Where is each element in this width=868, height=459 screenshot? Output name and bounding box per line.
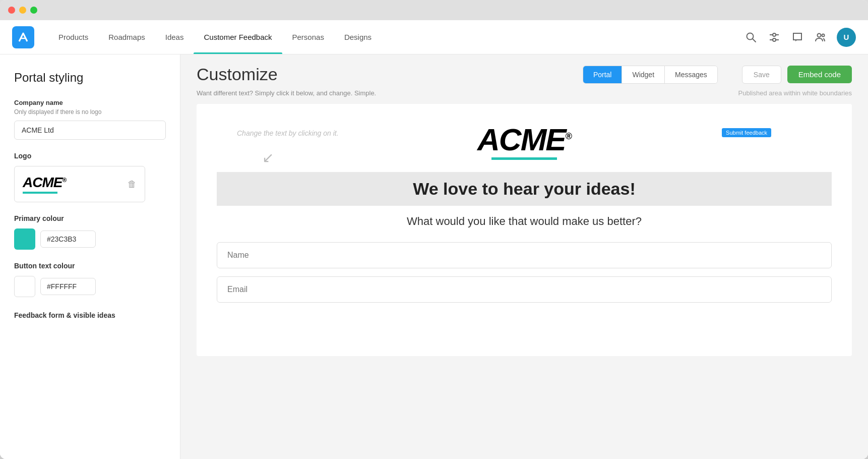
save-button[interactable]: Save (742, 66, 781, 84)
nav-item-designs[interactable]: Designs (334, 20, 382, 54)
nav-item-roadmaps[interactable]: Roadmaps (98, 20, 155, 54)
svg-point-4 (773, 38, 776, 41)
delete-logo-button[interactable]: 🗑 (128, 179, 137, 190)
portal-name-input[interactable] (217, 242, 832, 268)
portal-email-input[interactable] (217, 276, 832, 303)
topnav: Products Roadmaps Ideas Customer Feedbac… (0, 20, 868, 54)
portal-preview: Change the text by clicking on it. ↙ ACM… (180, 104, 868, 459)
nav-item-personas[interactable]: Personas (282, 20, 334, 54)
view-tab-group: Portal Widget Messages (583, 66, 718, 84)
primary-colour-label: Primary colour (14, 214, 166, 222)
hint-text: Want different text? Simply click it bel… (197, 89, 376, 97)
customize-title: Customize (197, 65, 278, 84)
feedback-section-label: Feedback form & visible ideas (14, 311, 166, 319)
headline-text[interactable]: We love to hear your ideas! (237, 179, 812, 199)
svg-rect-0 (16, 30, 30, 44)
button-text-colour-input[interactable] (40, 278, 96, 295)
published-hint: Published area within white boundaries (738, 89, 852, 97)
svg-point-3 (773, 33, 776, 36)
button-text-colour-swatch[interactable] (14, 276, 35, 297)
app-logo[interactable] (12, 26, 34, 48)
nav-item-products[interactable]: Products (48, 20, 98, 54)
tab-messages[interactable]: Messages (665, 66, 717, 83)
primary-colour-section: Primary colour (14, 214, 166, 250)
tab-portal[interactable]: Portal (583, 66, 623, 83)
button-text-colour-label: Button text colour (14, 262, 166, 270)
filter-icon[interactable] (767, 30, 781, 44)
nav-item-customer-feedback[interactable]: Customer Feedback (194, 20, 282, 54)
search-icon[interactable] (744, 30, 758, 44)
nav-item-ideas[interactable]: Ideas (155, 20, 194, 54)
logo-preview: ACME® 🗑 (14, 166, 145, 202)
svg-point-10 (822, 34, 825, 36)
submit-feedback-tag[interactable]: Submit feedback (722, 128, 771, 137)
titlebar (0, 0, 868, 20)
subheadline-text[interactable]: What would you like that would make us b… (217, 215, 832, 228)
users-icon[interactable] (814, 30, 828, 44)
headline-banner[interactable]: We love to hear your ideas! (217, 172, 832, 206)
company-name-sublabel: Only displayed if there is no logo (14, 108, 166, 116)
sidebar: Portal styling Company name Only display… (0, 54, 180, 459)
portal-frame: Change the text by clicking on it. ↙ ACM… (197, 104, 852, 356)
tab-widget[interactable]: Widget (622, 66, 665, 83)
svg-line-2 (753, 39, 756, 42)
svg-point-9 (818, 33, 821, 37)
nav-items: Products Roadmaps Ideas Customer Feedbac… (48, 20, 744, 54)
right-panel: Customize Portal Widget Messages Save Em… (180, 54, 868, 459)
portal-logo[interactable]: ACME® (477, 124, 571, 160)
logo-image: ACME® (23, 175, 66, 194)
chat-icon[interactable] (790, 30, 804, 44)
close-button[interactable] (8, 7, 15, 14)
maximize-button[interactable] (30, 7, 37, 14)
company-name-label: Company name (14, 99, 166, 106)
hint-bar: Want different text? Simply click it bel… (180, 84, 868, 104)
company-name-section: Company name Only displayed if there is … (14, 99, 166, 140)
company-name-input[interactable] (14, 121, 166, 140)
primary-colour-input[interactable] (40, 231, 96, 248)
customize-header: Customize Portal Widget Messages Save Em… (180, 54, 868, 84)
primary-colour-swatch[interactable] (14, 228, 35, 250)
logo-section: Logo ACME® 🗑 (14, 152, 166, 202)
embed-code-button[interactable]: Embed code (787, 66, 852, 83)
minimize-button[interactable] (19, 7, 26, 14)
button-text-colour-section: Button text colour (14, 262, 166, 297)
avatar[interactable]: U (837, 28, 856, 47)
portal-acme-underline (491, 157, 557, 160)
portal-logo-area: ACME® Submit feedback (217, 124, 832, 160)
logo-label: Logo (14, 152, 166, 160)
feedback-section-header: Feedback form & visible ideas (14, 311, 166, 319)
nav-right: U (744, 28, 856, 47)
main-content: Portal styling Company name Only display… (0, 54, 868, 459)
sidebar-title: Portal styling (14, 71, 166, 85)
